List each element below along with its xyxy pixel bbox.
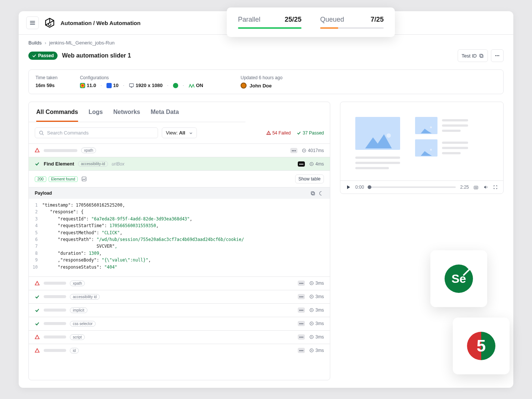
check-icon bbox=[297, 131, 301, 135]
locator-pill: accessibility-id bbox=[78, 161, 108, 167]
fullscreen-icon[interactable] bbox=[493, 185, 498, 190]
row-dots[interactable]: ••• bbox=[298, 161, 305, 167]
app-logo bbox=[44, 17, 55, 28]
hamburger-icon bbox=[30, 20, 35, 26]
time-taken-value: 16m 59s bbox=[35, 83, 58, 88]
command-row[interactable]: xpath•••3ms bbox=[29, 276, 330, 290]
search-icon bbox=[39, 130, 44, 136]
row-dots[interactable]: ••• bbox=[298, 307, 305, 313]
command-row[interactable]: id•••3ms bbox=[29, 344, 330, 357]
show-table-button[interactable]: Show table bbox=[295, 174, 324, 183]
tab-metadata[interactable]: Meta Data bbox=[151, 109, 179, 122]
parallel-label: Parallel bbox=[238, 16, 260, 24]
time-current: 0:00 bbox=[355, 185, 364, 190]
row-dots[interactable]: ••• bbox=[298, 281, 305, 286]
preview-thumb bbox=[415, 117, 437, 134]
row-dots[interactable]: ••• bbox=[298, 348, 305, 353]
locator-pill: xpath bbox=[70, 281, 85, 286]
play-button[interactable] bbox=[346, 185, 351, 190]
view-select[interactable]: View: All bbox=[162, 127, 197, 138]
svg-point-20 bbox=[387, 133, 391, 137]
stats-panel: Parallel 25/25 Queued 7/25 bbox=[227, 7, 395, 37]
locator-pill: script bbox=[70, 334, 85, 340]
element-status: Element found bbox=[49, 176, 78, 182]
svg-rect-0 bbox=[480, 55, 483, 57]
svg-rect-1 bbox=[480, 54, 482, 56]
copy-icon bbox=[479, 53, 484, 58]
more-button[interactable] bbox=[491, 49, 504, 62]
warning-icon bbox=[35, 148, 40, 153]
breadcrumb: Builds › jenkins-ML_Generic_jobs-Run bbox=[28, 40, 504, 46]
chevron-down-icon bbox=[189, 131, 193, 135]
svg-point-3 bbox=[497, 55, 498, 56]
svg-point-26 bbox=[475, 187, 477, 188]
svg-marker-23 bbox=[421, 151, 432, 156]
locator-pill: accessibility id bbox=[70, 294, 100, 300]
svg-rect-10 bbox=[82, 177, 86, 181]
selenium-icon: Se bbox=[445, 265, 473, 293]
parallel-value: 25/25 bbox=[285, 16, 301, 24]
command-url: urlBox bbox=[112, 161, 124, 167]
chrome-icon bbox=[80, 83, 85, 88]
command-row[interactable]: accessibility id•••3ms bbox=[29, 290, 330, 303]
row-dots[interactable]: ••• bbox=[298, 294, 305, 299]
svg-point-22 bbox=[430, 126, 432, 128]
command-row-active[interactable]: Find Element accessibility-id urlBox •••… bbox=[29, 157, 330, 170]
camera-icon[interactable] bbox=[473, 185, 479, 190]
svg-point-24 bbox=[430, 149, 432, 151]
locator-pill: id bbox=[70, 348, 79, 353]
volume-icon[interactable] bbox=[483, 185, 488, 190]
image-icon[interactable] bbox=[81, 176, 87, 182]
svg-point-2 bbox=[495, 55, 497, 56]
payload-code: 1"timestamp": 170566560162525200,2 "resp… bbox=[29, 199, 330, 276]
warning-icon bbox=[266, 131, 271, 135]
failed-count: 54 Failed bbox=[266, 130, 291, 136]
tab-logs[interactable]: Logs bbox=[89, 109, 103, 122]
preview-image bbox=[355, 117, 400, 150]
network-icon bbox=[189, 83, 195, 88]
display-icon bbox=[129, 83, 134, 88]
junit5-card: 5 bbox=[453, 318, 510, 374]
command-row[interactable]: implicit•••3ms bbox=[29, 303, 330, 317]
junit5-icon: 5 bbox=[467, 332, 495, 360]
breadcrumb-root[interactable]: Builds bbox=[28, 40, 41, 46]
command-row[interactable]: script•••3ms bbox=[29, 330, 330, 344]
avatar bbox=[241, 83, 247, 89]
windows-icon bbox=[106, 83, 112, 88]
row-dots[interactable]: ••• bbox=[298, 334, 305, 340]
configurations-label: Configurations bbox=[80, 75, 203, 80]
check-icon bbox=[32, 54, 36, 58]
play-icon bbox=[346, 185, 351, 190]
breadcrumb-current: jenkins-ML_Generic_jobs-Run bbox=[49, 40, 115, 46]
menu-button[interactable] bbox=[26, 16, 39, 29]
tab-all-commands[interactable]: All Commands bbox=[36, 109, 78, 122]
command-row[interactable]: xpath ••• 4017ms bbox=[29, 143, 330, 157]
page-title: Web automation slider 1 bbox=[62, 52, 131, 59]
preview-thumb bbox=[415, 139, 437, 157]
svg-rect-25 bbox=[474, 186, 478, 189]
summary-card: Time taken 16m 59s Configurations 11.0 ·… bbox=[28, 69, 504, 94]
row-dots[interactable]: ••• bbox=[298, 321, 305, 326]
progress-bar[interactable] bbox=[368, 186, 455, 188]
parallel-bar bbox=[238, 27, 301, 29]
queued-value: 7/25 bbox=[371, 16, 384, 24]
svg-rect-11 bbox=[312, 192, 315, 195]
svg-rect-5 bbox=[129, 84, 133, 87]
tab-networks[interactable]: Networks bbox=[113, 109, 140, 122]
theme-icon[interactable] bbox=[319, 191, 324, 196]
search-input[interactable]: Search Commands bbox=[35, 127, 158, 138]
chevron-right-icon: › bbox=[44, 40, 46, 46]
tabs: All Commands Logs Networks Meta Data bbox=[29, 102, 245, 122]
check-icon bbox=[35, 161, 40, 166]
svg-marker-21 bbox=[421, 129, 432, 133]
test-id-button[interactable]: Test ID bbox=[458, 49, 488, 62]
row-dots[interactable]: ••• bbox=[290, 148, 298, 153]
copy-icon[interactable] bbox=[310, 191, 315, 196]
locator-pill: implicit bbox=[70, 307, 87, 313]
svg-point-4 bbox=[498, 55, 499, 56]
clock-icon bbox=[302, 148, 306, 153]
status-badge: Passed bbox=[28, 52, 58, 60]
video-player-bar: 0:00 2:25 bbox=[340, 180, 503, 194]
http-code: 200 bbox=[35, 176, 46, 182]
command-row[interactable]: css selector•••3ms bbox=[29, 317, 330, 330]
